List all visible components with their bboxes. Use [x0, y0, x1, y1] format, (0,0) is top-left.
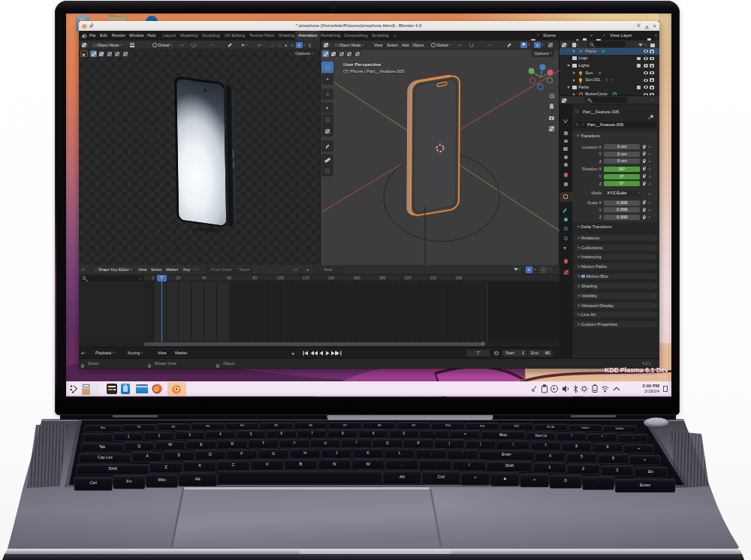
svg-text:Delete: Delete: [616, 427, 624, 430]
svg-text:1: 1: [548, 465, 550, 469]
svg-text:▲: ▲: [502, 475, 507, 480]
svg-text:F1: F1: [137, 426, 140, 429]
svg-text:T: T: [262, 441, 264, 445]
svg-text:F11: F11: [480, 425, 484, 428]
svg-text:4: 4: [549, 453, 551, 458]
svg-text:D: D: [209, 452, 212, 456]
svg-text:L: L: [399, 450, 401, 455]
svg-text:F8: F8: [378, 424, 381, 427]
svg-text:Cap Loc: Cap Loc: [98, 455, 113, 459]
svg-text:O: O: [386, 441, 389, 445]
svg-text:=: =: [464, 432, 466, 436]
svg-text:En: En: [648, 469, 653, 474]
svg-text:Alt: Alt: [195, 476, 201, 481]
svg-text:Ctrl: Ctrl: [437, 474, 445, 479]
svg-text:': ': [463, 451, 463, 456]
svg-text:X: X: [198, 463, 201, 468]
svg-text:M: M: [366, 462, 370, 466]
svg-text:Enter: Enter: [640, 482, 651, 487]
svg-text:Ctrl: Ctrl: [89, 480, 97, 485]
svg-text:F3: F3: [206, 425, 209, 428]
svg-text:3: 3: [616, 468, 618, 472]
svg-text:+: +: [638, 446, 640, 450]
svg-text:Shift: Shift: [108, 466, 117, 471]
svg-text:Tab: Tab: [99, 444, 105, 449]
svg-text:F2: F2: [172, 426, 175, 429]
svg-text:B: B: [300, 462, 303, 466]
svg-text:*: *: [602, 435, 603, 439]
svg-text:Fn: Fn: [126, 478, 132, 483]
svg-text:G: G: [272, 451, 275, 456]
svg-text:F9: F9: [412, 424, 415, 427]
svg-text:C: C: [232, 462, 235, 467]
svg-text:5: 5: [581, 454, 583, 459]
svg-text:8: 8: [575, 444, 578, 448]
svg-text:F10: F10: [445, 424, 451, 427]
svg-text:F7: F7: [343, 424, 346, 427]
svg-text:Num Lk: Num Lk: [535, 434, 547, 438]
svg-text:I: I: [356, 440, 357, 444]
svg-text:F6: F6: [309, 424, 312, 427]
svg-text:Win: Win: [158, 477, 166, 482]
svg-text:Z: Z: [164, 465, 167, 469]
svg-text:0: 0: [564, 477, 567, 483]
svg-text:H: H: [303, 450, 306, 455]
svg-text:Q: Q: [137, 444, 140, 448]
svg-text:7: 7: [544, 443, 547, 447]
svg-text:R: R: [231, 441, 234, 446]
svg-text:N: N: [333, 462, 336, 466]
svg-text:J: J: [336, 450, 338, 455]
svg-text:2: 2: [582, 466, 584, 471]
svg-text:F12: F12: [514, 425, 520, 428]
svg-text:Alt: Alt: [400, 474, 406, 479]
svg-text:A: A: [146, 453, 149, 458]
svg-text:S: S: [177, 453, 180, 457]
svg-text:F4: F4: [240, 424, 243, 427]
svg-text:F5: F5: [275, 424, 278, 427]
svg-text:Insert: Insert: [582, 426, 590, 429]
svg-text:<: <: [474, 474, 477, 480]
svg-text:K: K: [366, 450, 369, 455]
svg-text:6: 6: [612, 456, 614, 460]
svg-text:9: 9: [607, 444, 609, 449]
svg-text:.: .: [598, 479, 599, 484]
svg-text:Shift: Shift: [505, 463, 514, 468]
svg-text:Prt Sc: Prt Sc: [547, 426, 554, 429]
svg-text:+: +: [644, 457, 646, 462]
svg-text:>: >: [533, 477, 536, 482]
svg-text:V: V: [266, 462, 269, 466]
svg-text:U: U: [324, 441, 327, 445]
svg-text:Bksp: Bksp: [499, 433, 508, 437]
svg-text:W: W: [168, 442, 172, 447]
svg-text:Enter: Enter: [502, 452, 511, 456]
svg-text:Esc: Esc: [101, 426, 105, 429]
